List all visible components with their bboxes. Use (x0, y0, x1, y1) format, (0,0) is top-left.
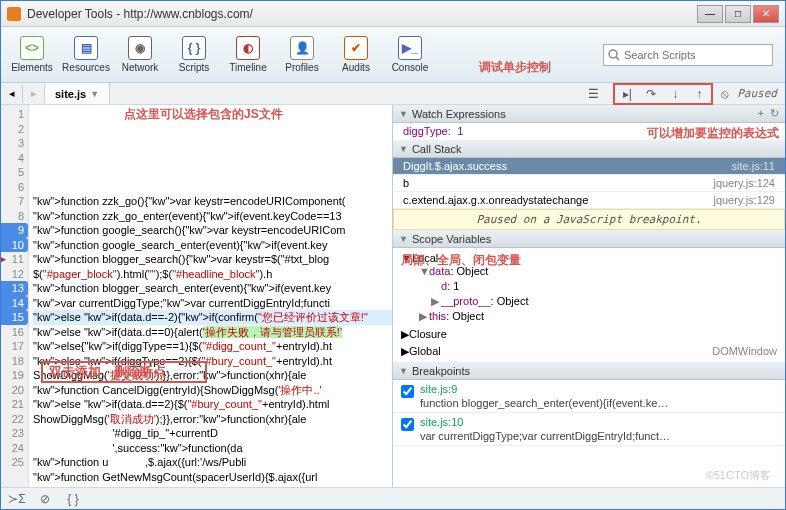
annotation-add-watch: 可以增加要监控的表达式 (647, 125, 779, 142)
svg-line-1 (616, 57, 619, 60)
window-title: Developer Tools - http://www.cnblogs.com… (27, 7, 697, 21)
search-scripts-input[interactable] (624, 49, 768, 61)
script-subbar: ◂ ▸ site.js▼ ☰ ▸| ↷ ↓ ↑ ⦸ Paused (1, 83, 785, 105)
watermark: ©51CTO博客 (706, 468, 771, 483)
scope-var[interactable]: ▶this: Object (407, 309, 777, 324)
code-editor[interactable]: 点这里可以选择包含的JS文件 双击添加、删除断点 "kw">function z… (29, 105, 392, 487)
bp-checkbox[interactable] (401, 418, 414, 431)
callstack-row[interactable]: c.extend.ajax.g.x.onreadystatechangejque… (393, 192, 785, 209)
svg-point-0 (609, 50, 617, 58)
tool-scripts[interactable]: { }Scripts (167, 30, 221, 80)
nav-back-button[interactable]: ◂ (1, 85, 23, 103)
step-into-button[interactable]: ↓ (663, 85, 687, 103)
annotation-breakpoint-box: 双击添加、删除断点 (41, 361, 207, 383)
tool-timeline[interactable]: ◐Timeline (221, 30, 275, 80)
tool-elements[interactable]: <>Elements (5, 30, 59, 80)
scope-header[interactable]: ▼Scope Variables (393, 230, 785, 248)
pause-resume-button[interactable]: ▸| (615, 85, 639, 103)
bp-checkbox[interactable] (401, 385, 414, 398)
deactivate-bp-button[interactable]: ⦸ (713, 85, 737, 103)
annotation-debug-step: 调试单步控制 (479, 59, 551, 76)
favicon-icon (7, 7, 21, 21)
console-toggle-button[interactable]: ≻Σ (7, 491, 27, 507)
scope-var[interactable]: ▶__proto__: Object (407, 294, 777, 309)
tool-audits[interactable]: ✔Audits (329, 30, 383, 80)
main-toolbar: <>Elements▤Resources◉Network{ }Scripts◐T… (1, 27, 785, 83)
paused-label: Paused (737, 87, 777, 100)
line-gutter[interactable]: 1234567891011121314151617181920212223242… (1, 105, 29, 487)
maximize-button[interactable]: □ (725, 5, 751, 23)
tool-network[interactable]: ◉Network (113, 30, 167, 80)
step-over-button[interactable]: ↷ (639, 85, 663, 103)
minimize-button[interactable]: — (697, 5, 723, 23)
nav-fwd-button[interactable]: ▸ (23, 85, 45, 103)
titlebar: Developer Tools - http://www.cnblogs.com… (1, 1, 785, 27)
pretty-print-button[interactable]: { } (63, 491, 83, 507)
scope-closure-label[interactable]: Closure (409, 328, 447, 340)
annotation-scope: 局部、全局、闭包变量 (401, 252, 521, 269)
watch-header[interactable]: ▼Watch Expressions +↻ (393, 105, 785, 123)
refresh-watch-button[interactable]: ↻ (770, 107, 779, 120)
search-icon (608, 49, 620, 61)
statusbar: ≻Σ ⊘ { } (1, 487, 785, 509)
callstack-row[interactable]: DiggIt.$.ajax.successsite.js:11 (393, 158, 785, 175)
step-out-button[interactable]: ↑ (687, 85, 711, 103)
show-functions-button[interactable]: ☰ (581, 85, 605, 103)
breakpoints-header[interactable]: ▼Breakpoints (393, 362, 785, 380)
script-tab[interactable]: site.js▼ (45, 83, 110, 104)
breakpoint-row[interactable]: site.js:9function blogger_search_enter(e… (393, 380, 785, 413)
watch-item[interactable]: diggType: 1 可以增加要监控的表达式 (393, 123, 785, 140)
callstack-header[interactable]: ▼Call Stack (393, 140, 785, 158)
annotation-select-js: 点这里可以选择包含的JS文件 (124, 107, 283, 122)
pause-message: Paused on a JavaScript breakpoint. (393, 209, 785, 230)
scope-var[interactable]: d: 1 (407, 279, 777, 294)
tool-profiles[interactable]: 👤Profiles (275, 30, 329, 80)
tool-resources[interactable]: ▤Resources (59, 30, 113, 80)
add-watch-button[interactable]: + (758, 107, 764, 120)
search-scripts-box[interactable] (603, 44, 773, 66)
debug-panel: ▼Watch Expressions +↻ diggType: 1 可以增加要监… (393, 105, 785, 487)
scope-global-label[interactable]: Global (409, 345, 441, 358)
callstack-row[interactable]: bjquery.js:124 (393, 175, 785, 192)
breakpoint-row[interactable]: site.js:10var currentDiggType;var curren… (393, 413, 785, 446)
close-button[interactable]: ✕ (753, 5, 779, 23)
error-icon[interactable]: ⊘ (35, 491, 55, 507)
tool-console[interactable]: ▶_Console (383, 30, 437, 80)
